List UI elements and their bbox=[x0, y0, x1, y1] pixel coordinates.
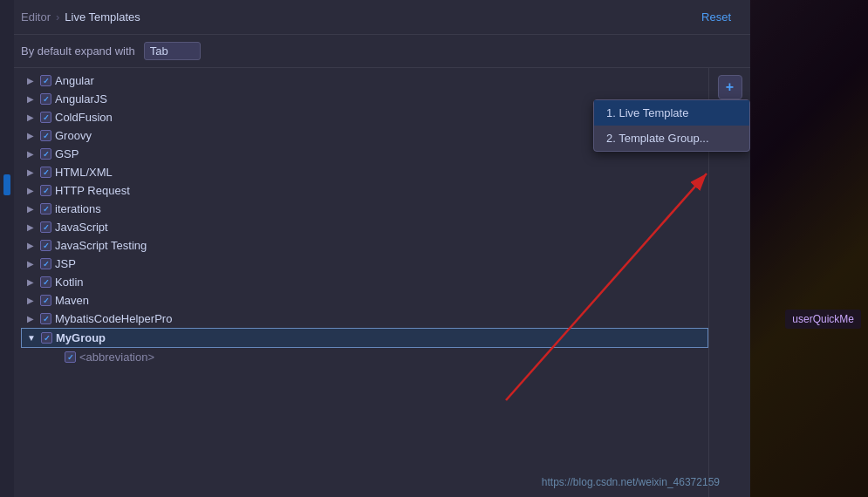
main-panel: Editor › Live Templates Reset By default… bbox=[0, 0, 750, 497]
checkbox-mygroup[interactable] bbox=[41, 332, 52, 344]
expand-icon-mygroup: ▼ bbox=[25, 332, 38, 344]
tree-item-angular[interactable]: ▶ Angular bbox=[21, 71, 708, 90]
label-coldfusion: ColdFusion bbox=[55, 111, 113, 124]
label-angularjs: AngularJS bbox=[55, 92, 107, 106]
dropdown-label-live-template: 1. Live Template bbox=[606, 106, 688, 119]
expand-icon-angularjs: ▶ bbox=[24, 93, 37, 106]
checkbox-mybatis[interactable] bbox=[40, 313, 51, 324]
expand-icon-kotlin: ▶ bbox=[24, 276, 37, 289]
expand-icon-javascript: ▶ bbox=[24, 221, 37, 234]
expand-icon-htmlxml: ▶ bbox=[24, 167, 37, 179]
checkbox-httprequest[interactable] bbox=[40, 185, 51, 196]
checkbox-iterations[interactable] bbox=[40, 203, 51, 214]
label-groovy: Groovy bbox=[55, 129, 92, 142]
dropdown-item-template-group[interactable]: 2. Template Group... bbox=[594, 126, 749, 151]
expand-icon-jsp: ▶ bbox=[24, 258, 37, 270]
background-overlay bbox=[733, 0, 868, 497]
breadcrumb-parent: Editor bbox=[21, 10, 51, 24]
tree-item-iterations[interactable]: ▶ iterations bbox=[21, 200, 708, 218]
label-angular: Angular bbox=[55, 74, 94, 87]
breadcrumb: Editor › Live Templates bbox=[21, 10, 140, 24]
url-text: https://blog.csdn.net/weixin_46372159 bbox=[542, 476, 720, 488]
dropdown-menu: 1. Live Template 2. Template Group... bbox=[593, 99, 750, 152]
checkbox-htmlxml[interactable] bbox=[40, 167, 51, 178]
tree-item-kotlin[interactable]: ▶ Kotlin bbox=[21, 273, 708, 291]
expand-label: By default expand with bbox=[21, 44, 135, 58]
expand-icon-abbreviation bbox=[49, 351, 61, 364]
tree-item-mybatis[interactable]: ▶ MybatisCodeHelperPro bbox=[21, 310, 708, 328]
checkbox-abbreviation[interactable] bbox=[65, 351, 76, 363]
tree-item-jsp[interactable]: ▶ JSP bbox=[21, 255, 708, 273]
expand-select-wrapper: Tab Space Enter bbox=[144, 42, 201, 60]
dropdown-label-template-group: 2. Template Group... bbox=[606, 132, 709, 145]
label-mybatis: MybatisCodeHelperPro bbox=[55, 312, 172, 325]
tree-item-httprequest[interactable]: ▶ HTTP Request bbox=[21, 181, 708, 200]
left-sidebar bbox=[0, 0, 14, 497]
breadcrumb-current: Live Templates bbox=[65, 10, 140, 24]
label-iterations: iterations bbox=[55, 202, 101, 215]
expand-icon-mybatis: ▶ bbox=[24, 313, 37, 325]
label-abbreviation: <abbreviation> bbox=[79, 351, 154, 364]
breadcrumb-separator: › bbox=[56, 10, 59, 24]
label-mygroup: MyGroup bbox=[56, 331, 106, 344]
label-jsp: JSP bbox=[55, 257, 76, 270]
expand-icon-angular: ▶ bbox=[24, 75, 37, 87]
label-kotlin: Kotlin bbox=[55, 276, 84, 289]
label-maven: Maven bbox=[55, 294, 89, 307]
label-htmlxml: HTML/XML bbox=[55, 166, 113, 179]
expand-icon-iterations: ▶ bbox=[24, 203, 37, 215]
expand-icon-maven: ▶ bbox=[24, 295, 37, 307]
checkbox-gsp[interactable] bbox=[40, 148, 51, 160]
reset-button[interactable]: Reset bbox=[696, 9, 736, 25]
content-area: ▶ Angular ▶ AngularJS ▶ ColdFusion ▶ Gro… bbox=[0, 68, 750, 497]
expand-icon-coldfusion: ▶ bbox=[24, 112, 37, 124]
checkbox-javascript[interactable] bbox=[40, 221, 51, 233]
toolbar: By default expand with Tab Space Enter bbox=[0, 35, 750, 68]
checkbox-jsp[interactable] bbox=[40, 258, 51, 269]
checkbox-kotlin[interactable] bbox=[40, 276, 51, 288]
expand-icon-gsp: ▶ bbox=[24, 148, 37, 160]
right-panel-label: userQuickMe bbox=[785, 310, 861, 329]
checkbox-javascripttesting[interactable] bbox=[40, 240, 51, 251]
expand-select[interactable]: Tab Space Enter bbox=[144, 42, 201, 60]
sidebar-indicator bbox=[3, 174, 10, 195]
label-httprequest: HTTP Request bbox=[55, 184, 130, 197]
tree-item-javascript[interactable]: ▶ JavaScript bbox=[21, 218, 708, 236]
tree-item-abbreviation[interactable]: <abbreviation> bbox=[21, 348, 708, 366]
tree-item-htmlxml[interactable]: ▶ HTML/XML bbox=[21, 163, 708, 181]
label-gsp: GSP bbox=[55, 147, 79, 160]
checkbox-coldfusion[interactable] bbox=[40, 112, 51, 123]
expand-icon-groovy: ▶ bbox=[24, 130, 37, 142]
tree-item-maven[interactable]: ▶ Maven bbox=[21, 291, 708, 310]
footer-url: https://blog.csdn.net/weixin_46372159 bbox=[542, 476, 720, 488]
right-panel-text: userQuickMe bbox=[792, 313, 854, 325]
label-javascripttesting: JavaScript Testing bbox=[55, 239, 147, 252]
add-button[interactable]: + bbox=[718, 75, 742, 99]
checkbox-angularjs[interactable] bbox=[40, 93, 51, 105]
header: Editor › Live Templates Reset bbox=[0, 0, 750, 35]
dropdown-item-live-template[interactable]: 1. Live Template bbox=[594, 100, 749, 126]
tree-item-javascripttesting[interactable]: ▶ JavaScript Testing bbox=[21, 236, 708, 255]
expand-icon-javascripttesting: ▶ bbox=[24, 240, 37, 252]
label-javascript: JavaScript bbox=[55, 221, 108, 234]
checkbox-angular[interactable] bbox=[40, 75, 51, 86]
checkbox-maven[interactable] bbox=[40, 295, 51, 306]
checkbox-groovy[interactable] bbox=[40, 130, 51, 141]
expand-icon-httprequest: ▶ bbox=[24, 185, 37, 197]
tree-item-mygroup[interactable]: ▼ MyGroup bbox=[21, 328, 708, 348]
